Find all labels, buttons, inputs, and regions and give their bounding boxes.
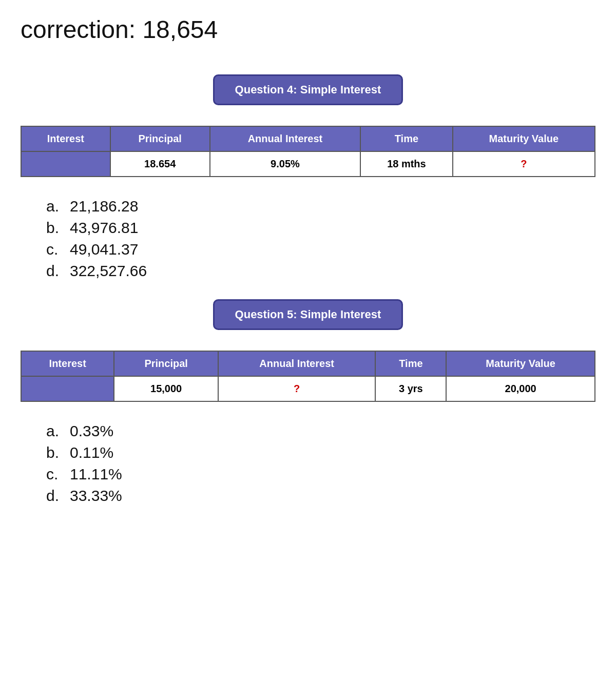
question4-header-row: Interest Principal Annual Interest Time … [21,126,595,151]
question4-data-row: 18.654 9.05% 18 mths ? [21,151,595,177]
q5-answer-a-value: 0.33% [70,422,113,440]
q5-answer-a: a. 0.33% [46,422,570,440]
question5-header-row: Interest Principal Annual Interest Time … [21,351,595,376]
q5-header-maturity-value: Maturity Value [446,351,595,376]
question5-section: Question 5: Simple Interest [21,299,595,330]
q5-header-principal: Principal [114,351,218,376]
q4-cell-time: 18 mths [360,151,452,177]
q4-cell-annual-interest: 9.05% [210,151,361,177]
q4-answer-a: a. 21,186.28 [46,198,570,215]
q4-answer-d-label: d. [46,262,62,280]
q4-answer-b: b. 43,976.81 [46,219,570,237]
q4-header-maturity-value: Maturity Value [453,126,595,151]
q4-answer-c: c. 49,041.37 [46,241,570,258]
q5-cell-maturity-value: 20,000 [446,376,595,401]
q4-header-time: Time [360,126,452,151]
q4-answer-b-label: b. [46,219,62,237]
q5-answer-b: b. 0.11% [46,444,570,461]
q5-answer-b-value: 0.11% [70,444,113,461]
q5-answer-b-label: b. [46,444,62,461]
question4-button: Question 4: Simple Interest [213,74,403,105]
q4-answer-d-value: 322,527.66 [70,262,147,280]
q4-cell-maturity-value: ? [453,151,595,177]
q4-cell-principal: 18.654 [110,151,210,177]
q4-header-annual-interest: Annual Interest [210,126,361,151]
q5-answer-d-label: d. [46,487,62,505]
q5-answer-c-value: 11.11% [70,466,122,483]
question4-answers: a. 21,186.28 b. 43,976.81 c. 49,041.37 d… [21,192,595,299]
q4-header-principal: Principal [110,126,210,151]
q5-answer-c-label: c. [46,466,62,483]
q5-header-annual-interest: Annual Interest [218,351,376,376]
q5-header-time: Time [375,351,446,376]
q5-answer-d: d. 33.33% [46,487,570,505]
correction-title: correction: 18,654 [21,15,595,44]
q5-cell-time: 3 yrs [375,376,446,401]
q4-cell-interest [21,151,110,177]
question4-table: Interest Principal Annual Interest Time … [21,126,595,177]
q5-cell-interest [21,376,114,401]
q4-answer-a-label: a. [46,198,62,215]
q5-answer-a-label: a. [46,422,62,440]
question5-answers: a. 0.33% b. 0.11% c. 11.11% d. 33.33% [21,417,595,524]
q4-answer-c-label: c. [46,241,62,258]
q5-header-interest: Interest [21,351,114,376]
q5-answer-d-value: 33.33% [70,487,122,505]
question4-section: Question 4: Simple Interest [21,74,595,105]
q5-cell-annual-interest: ? [218,376,376,401]
q5-answer-c: c. 11.11% [46,466,570,483]
question5-data-row: 15,000 ? 3 yrs 20,000 [21,376,595,401]
q4-answer-c-value: 49,041.37 [70,241,138,258]
question5-button: Question 5: Simple Interest [213,299,403,330]
q4-answer-d: d. 322,527.66 [46,262,570,280]
q4-header-interest: Interest [21,126,110,151]
q5-cell-principal: 15,000 [114,376,218,401]
q4-answer-b-value: 43,976.81 [70,219,138,237]
q4-answer-a-value: 21,186.28 [70,198,138,215]
question5-table: Interest Principal Annual Interest Time … [21,351,595,402]
